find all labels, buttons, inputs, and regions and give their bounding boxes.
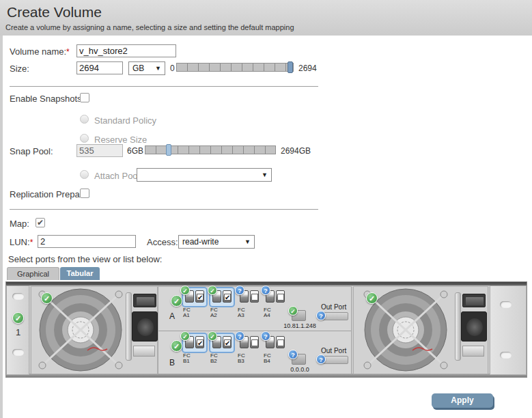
controller-a-label: A: [169, 311, 175, 321]
size-input[interactable]: [76, 61, 123, 74]
port-status-ok-icon: ✓: [180, 285, 190, 295]
snap-pool-slider-max: 2694GB: [281, 146, 311, 156]
port-status-unknown-icon: ?: [261, 285, 270, 295]
fc-port-a3[interactable]: ? FCA3: [238, 288, 261, 306]
checkmark-icon: ✔: [225, 294, 230, 301]
controller-a-status-ok-icon: ✓: [171, 295, 182, 307]
psu-switch-column: [461, 290, 488, 372]
snap-pool-slider-min: 6GB: [127, 146, 143, 156]
out-port-status-unknown-icon: ?: [316, 311, 326, 320]
access-select[interactable]: read-write▼: [178, 235, 255, 249]
page-header: Create Volume Create a volume by assigni…: [0, 0, 532, 36]
lun-label: LUN:*: [10, 237, 33, 247]
power-inlet: [461, 311, 487, 342]
psu-latch: [462, 346, 484, 357]
replication-prepare-checkbox[interactable]: [80, 189, 89, 198]
fc-port-b2[interactable]: ✓ ✔ FCB2: [210, 334, 234, 352]
fc-port-a1[interactable]: ✓ ✔ FCA1: [183, 288, 206, 306]
fc-port-b1[interactable]: ✓ ✔ FCB1: [183, 334, 206, 352]
port-checkbox[interactable]: [277, 294, 284, 301]
apply-button[interactable]: Apply: [432, 393, 493, 408]
tab-graphical[interactable]: Graphical: [7, 267, 59, 280]
power-switch: [462, 294, 486, 307]
select-ports-instruction: Select ports from the view or list below…: [8, 254, 162, 264]
enclosure-number: 1: [16, 327, 20, 337]
standard-policy-radio[interactable]: [80, 115, 89, 124]
snap-pool-slider-handle[interactable]: [166, 144, 171, 156]
page-subtitle: Create a volume by assigning a name, sel…: [5, 23, 294, 31]
power-switch: [133, 294, 156, 307]
out-port-label: Out Port: [321, 347, 346, 354]
fc-port-b3[interactable]: ? FCB3: [238, 334, 261, 352]
psu-switch-column: [132, 290, 159, 372]
right-power-supply: ✓: [353, 286, 488, 374]
required-asterisk: *: [30, 238, 33, 247]
section-divider: [10, 209, 318, 210]
screw-hole: [12, 349, 24, 356]
size-slider[interactable]: [176, 63, 294, 72]
lun-input[interactable]: [38, 235, 136, 248]
attach-pool-label: Attach Pool: [94, 171, 140, 181]
access-label: Access:: [147, 237, 178, 247]
standard-policy-label: Standard Policy: [94, 115, 156, 126]
fc-port-a2[interactable]: ✓ ✔ FCA2: [210, 288, 234, 306]
attach-pool-radio[interactable]: [80, 170, 89, 179]
size-slider-max: 2694: [298, 64, 317, 73]
psu-latch: [133, 346, 155, 357]
attach-pool-select[interactable]: ▼: [137, 168, 272, 182]
psu-handle: [126, 292, 132, 361]
out-port-status-unknown-icon: ?: [316, 354, 326, 364]
chevron-down-icon: ▼: [244, 238, 251, 245]
size-label: Size:: [10, 64, 29, 74]
network-port-status-unknown-icon: ?: [288, 350, 298, 359]
power-inlet: [132, 311, 158, 342]
port-checkbox[interactable]: ✔: [197, 339, 204, 346]
checkmark-icon: ✔: [197, 339, 203, 347]
psu-status-ok-icon: ✓: [41, 292, 53, 304]
checkmark-icon: ✔: [37, 218, 44, 227]
port-checkbox[interactable]: [251, 294, 258, 301]
controller-a: ✓ A ✓ ✔ FCA1 ✓ ✔ FCA2 ?: [158, 287, 351, 331]
snap-pool-slider[interactable]: [145, 145, 276, 154]
fc-port-b4[interactable]: ? FCB4: [264, 334, 287, 352]
port-checkbox[interactable]: ✔: [224, 339, 231, 346]
size-unit-select[interactable]: GB▼: [128, 61, 165, 75]
map-label: Map:: [10, 219, 29, 229]
screw-hole: [500, 352, 512, 359]
psu-status-ok-icon: ✓: [366, 292, 378, 304]
enable-snapshots-label: Enable Snapshots:: [10, 94, 84, 104]
port-checkbox[interactable]: ✔: [197, 294, 204, 301]
network-port-status-ok-icon: ✓: [288, 306, 298, 316]
fc-port-a4[interactable]: ? FCA4: [264, 288, 287, 306]
left-power-supply: ✓: [31, 286, 158, 374]
reserve-size-radio[interactable]: [80, 134, 89, 143]
port-checkbox[interactable]: [277, 339, 284, 346]
right-mount-ear: [490, 285, 527, 375]
volume-name-label: Volume name:*: [10, 46, 70, 57]
chevron-down-icon: ▼: [262, 171, 268, 178]
controller-modules: ✓ A ✓ ✔ FCA1 ✓ ✔ FCA2 ?: [158, 286, 352, 374]
snap-pool-input[interactable]: [76, 144, 123, 157]
volume-name-input[interactable]: [76, 44, 176, 57]
page-title: Create Volume: [7, 4, 102, 20]
left-mount-ear: ✓ 1: [6, 285, 29, 375]
controller-b-ip: 0.0.0.0: [276, 366, 324, 373]
port-status-ok-icon: ✓: [180, 331, 190, 341]
screw-hole: [12, 293, 24, 300]
psu-handle: [455, 292, 461, 361]
size-slider-min: 0: [170, 64, 175, 73]
port-status-unknown-icon: ?: [235, 331, 244, 341]
size-slider-handle[interactable]: [288, 61, 293, 73]
port-checkbox[interactable]: ✔: [224, 294, 231, 301]
controller-b-label: B: [169, 358, 175, 367]
left-edge-strip: [0, 36, 3, 418]
out-port-label: Out Port: [321, 303, 346, 311]
tab-tabular[interactable]: Tabular: [60, 267, 100, 280]
enclosure-rear-view: ✓ 1 ✓: [5, 281, 527, 378]
enable-snapshots-checkbox[interactable]: [80, 93, 89, 102]
map-checkbox[interactable]: ✔: [36, 218, 45, 227]
port-checkbox[interactable]: [251, 339, 258, 346]
reserve-size-label: Reserve Size: [94, 135, 147, 145]
port-status-unknown-icon: ?: [235, 285, 244, 295]
port-status-ok-icon: ✓: [208, 285, 217, 295]
